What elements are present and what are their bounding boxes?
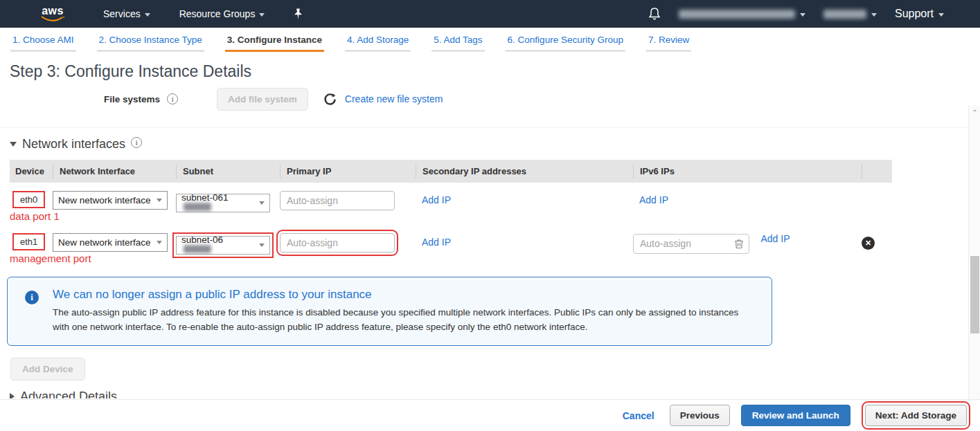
advanced-details-title: Advanced Details — [20, 389, 117, 398]
collapse-triangle-icon — [10, 142, 17, 147]
network-interface-value: New network interface — [58, 195, 151, 205]
blurred-subnet-id — [184, 203, 211, 211]
pushpin-icon[interactable] — [294, 8, 303, 20]
alert-body: The auto-assign public IP address featur… — [53, 306, 752, 335]
file-systems-label: File systems — [104, 94, 160, 104]
add-secondary-ip-link-eth0[interactable]: Add IP — [422, 194, 451, 205]
subnet-select-eth1[interactable]: subnet-06 — [176, 236, 270, 255]
tab-configure-instance[interactable]: 3. Configure Instance — [225, 35, 324, 52]
column-primary-ip: Primary IP — [280, 165, 416, 178]
tab-add-tags[interactable]: 5. Add Tags — [431, 35, 484, 52]
ipv6-input-eth1[interactable] — [640, 238, 716, 249]
collapse-triangle-icon — [10, 393, 15, 398]
refresh-icon[interactable] — [323, 93, 337, 106]
scroll-up-icon[interactable]: ⌃ — [969, 107, 980, 118]
section-divider — [0, 127, 980, 128]
ipv6-cell: Add IP — [633, 190, 862, 206]
info-icon[interactable]: i — [131, 137, 142, 148]
tab-review[interactable]: 7. Review — [646, 35, 691, 52]
primary-ip-cell — [280, 232, 416, 253]
add-file-system-button[interactable]: Add file system — [217, 88, 308, 111]
chevron-down-icon — [259, 244, 265, 247]
blurred-subnet-id — [184, 245, 211, 253]
wizard-tabs: 1. Choose AMI 2. Choose Instance Type 3.… — [0, 28, 980, 52]
remove-interface-icon[interactable]: ✕ — [862, 237, 875, 250]
advanced-details-clipped: Advanced Details — [10, 389, 980, 398]
chevron-down-icon — [259, 13, 265, 17]
chevron-down-icon — [938, 13, 944, 17]
column-device: Device — [10, 165, 53, 178]
add-ipv6-ip-link-eth0[interactable]: Add IP — [639, 194, 668, 205]
next-add-storage-button[interactable]: Next: Add Storage — [865, 405, 967, 426]
previous-button[interactable]: Previous — [670, 405, 730, 426]
primary-ip-input-eth1[interactable] — [280, 233, 395, 253]
tab-configure-security-group[interactable]: 6. Configure Security Group — [506, 35, 625, 52]
region-menu[interactable] — [823, 10, 877, 19]
interface-cell: New network interface — [53, 232, 176, 252]
create-new-file-system-link[interactable]: Create new file system — [345, 93, 443, 104]
annotation-data-port: data port 1 — [10, 210, 53, 222]
page-body: 1. Choose AMI 2. Choose Instance Type 3.… — [0, 28, 980, 431]
tab-choose-instance-type[interactable]: 2. Choose Instance Type — [97, 35, 204, 52]
device-cell: eth0 data port 1 — [10, 190, 53, 222]
services-label: Services — [103, 8, 141, 19]
aws-smile-icon — [40, 16, 65, 22]
network-table-header: Device Network Interface Subnet Primary … — [10, 160, 892, 183]
aws-logo[interactable]: aws — [40, 6, 65, 22]
interface-cell: New network interface — [53, 190, 176, 210]
account-menu[interactable] — [679, 10, 805, 19]
network-interface-select-eth0[interactable]: New network interface — [53, 191, 168, 210]
tab-add-storage[interactable]: 4. Add Storage — [345, 35, 411, 52]
review-and-launch-button[interactable]: Review and Launch — [741, 405, 850, 426]
blurred-region-text — [823, 10, 866, 19]
page-title: Step 3: Configure Instance Details — [10, 62, 980, 81]
column-ipv6: IPv6 IPs — [633, 165, 862, 178]
primary-ip-input-eth0[interactable] — [280, 191, 395, 210]
vertical-scrollbar[interactable]: ⌃ ⌄ — [968, 105, 980, 427]
alert-title: We can no longer assign a public IP addr… — [53, 288, 752, 302]
nav-right: Support — [648, 7, 980, 21]
blurred-account-text — [679, 10, 795, 19]
cancel-link[interactable]: Cancel — [623, 410, 654, 421]
bell-icon[interactable] — [648, 7, 661, 21]
column-secondary-ip: Secondary IP addresses — [416, 165, 633, 178]
column-actions — [862, 165, 892, 178]
add-device-button[interactable]: Add Device — [10, 358, 85, 380]
info-icon[interactable]: i — [167, 93, 178, 104]
resource-groups-label: Resource Groups — [179, 8, 256, 19]
subnet-cell: subnet-06 — [176, 232, 280, 255]
add-ipv6-ip-link-eth1[interactable]: Add IP — [760, 233, 790, 244]
resource-groups-menu[interactable]: Resource Groups — [179, 8, 265, 19]
support-menu[interactable]: Support — [895, 8, 944, 20]
network-interface-select-eth1[interactable]: New network interface — [53, 233, 168, 252]
advanced-details-header[interactable]: Advanced Details — [10, 389, 980, 398]
ipv6-cell: Add IP — [633, 232, 862, 254]
network-interface-value: New network interface — [58, 237, 151, 248]
subnet-value: subnet-061 — [181, 192, 255, 213]
secondary-ip-cell: Add IP — [416, 190, 633, 206]
network-interfaces-header[interactable]: Network interfaces i — [10, 137, 980, 152]
scrollbar-thumb[interactable] — [970, 256, 979, 333]
subnet-cell: subnet-061 — [176, 190, 280, 212]
table-row-eth0: eth0 data port 1 New network interface s… — [10, 190, 980, 222]
primary-ip-cell — [280, 190, 416, 210]
subnet-select-eth0[interactable]: subnet-061 — [176, 194, 270, 212]
services-menu[interactable]: Services — [103, 8, 150, 19]
chevron-down-icon — [145, 13, 150, 17]
subnet-value: subnet-06 — [181, 235, 255, 255]
chevron-down-icon — [157, 241, 162, 244]
chevron-down-icon — [259, 201, 265, 205]
annotation-management-port: management port — [10, 253, 53, 264]
table-row-eth1: eth1 management port New network interfa… — [10, 232, 980, 264]
secondary-ip-cell: Add IP — [416, 232, 633, 248]
add-secondary-ip-link-eth1[interactable]: Add IP — [422, 237, 451, 248]
aws-logo-text: aws — [42, 6, 64, 16]
tab-choose-ami[interactable]: 1. Choose AMI — [10, 35, 76, 52]
wizard-footer: Cancel Previous Review and Launch Next: … — [0, 399, 980, 431]
column-subnet: Subnet — [176, 165, 280, 178]
device-label-eth1: eth1 — [12, 233, 45, 250]
support-label: Support — [895, 8, 934, 20]
ipv6-input-wrap — [633, 234, 749, 254]
top-nav: aws Services Resource Groups — [0, 0, 980, 28]
trash-icon[interactable] — [734, 238, 744, 249]
